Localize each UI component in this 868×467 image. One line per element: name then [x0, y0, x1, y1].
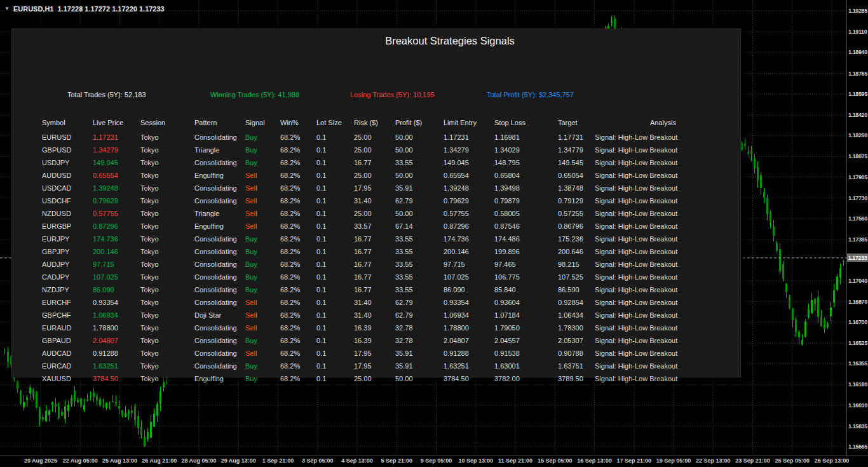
cell-symbol: USDCHF — [42, 197, 93, 205]
cell-risk: 16.77 — [354, 235, 395, 243]
time-axis-label: 17 Sep 21:00 — [616, 457, 651, 464]
cell-stop: 199.896 — [494, 248, 558, 255]
cell-symbol: GBPUSD — [42, 146, 93, 154]
price-axis-label: 1.16700 — [848, 319, 867, 325]
cell-signal: Sell — [245, 299, 280, 306]
column-header-target: Target — [558, 119, 595, 126]
cell-lot: 0.1 — [316, 235, 354, 243]
column-header-lot: Lot Size — [316, 119, 354, 126]
cell-limit: 1.17231 — [444, 133, 494, 141]
cell-lot: 0.1 — [316, 222, 354, 230]
cell-pattern: Consolidating — [194, 235, 245, 243]
signals-panel: Breakout Strategies Signals Total Trades… — [11, 29, 741, 377]
price-axis-label: 1.18250 — [848, 132, 867, 139]
cell-signal: Sell — [245, 172, 280, 179]
cell-risk: 16.77 — [354, 273, 395, 281]
cell-pattern: Consolidating — [194, 133, 245, 141]
cell-risk: 25.00 — [354, 210, 395, 217]
cell-analysis: Signal: High-Low Breakout — [595, 159, 731, 166]
cell-stop: 1.63001 — [494, 362, 558, 370]
cell-profit: 62.79 — [395, 311, 444, 319]
cell-limit: 86.090 — [444, 286, 494, 294]
cell-target: 86.590 — [558, 286, 595, 294]
cell-price: 1.34279 — [93, 146, 140, 154]
stats-row: Total Trades (5Y): 52,183Winning Trades … — [12, 91, 740, 100]
cell-price: 3784.50 — [93, 375, 140, 382]
current-price-box: 1.17233 — [847, 254, 868, 262]
cell-analysis: Signal: High-Low Breakout — [595, 235, 731, 243]
cell-signal: Sell — [245, 210, 280, 217]
time-axis[interactable]: 20 Aug 202522 Aug 05:0025 Aug 13:0026 Au… — [0, 457, 868, 467]
cell-analysis: Signal: High-Low Breakout — [595, 248, 731, 255]
cell-win: 68.2% — [280, 248, 316, 255]
cell-win: 68.2% — [280, 197, 316, 205]
time-axis-label: 20 Aug 2025 — [24, 457, 57, 464]
column-header-profit: Profit ($) — [395, 119, 444, 126]
cell-risk: 25.00 — [354, 375, 395, 382]
symbol-dropdown-icon[interactable]: ▼ — [4, 6, 10, 11]
cell-analysis: Signal: High-Low Breakout — [595, 273, 731, 281]
panel-title: Breakout Strategies Signals — [385, 35, 515, 47]
price-axis-label: 1.18765 — [848, 71, 867, 77]
cell-signal: Buy — [245, 286, 280, 294]
cell-target: 149.545 — [558, 159, 595, 166]
cell-lot: 0.1 — [316, 349, 354, 357]
cell-win: 68.2% — [280, 311, 316, 319]
cell-analysis: Signal: High-Low Breakout — [595, 222, 731, 230]
cell-price: 0.87296 — [93, 222, 140, 230]
cell-limit: 97.715 — [444, 261, 494, 268]
cell-win: 68.2% — [280, 273, 316, 281]
cell-pattern: Engulfing — [194, 222, 245, 230]
cell-session: Tokyo — [140, 349, 194, 357]
cell-pattern: Consolidating — [194, 299, 245, 306]
cell-signal: Buy — [245, 261, 280, 268]
table-row: AUDUSD0.65554TokyoEngulfingSell68.2%0.12… — [12, 169, 740, 182]
price-axis[interactable]: 1.192851.191101.189401.187651.185951.184… — [847, 0, 868, 456]
cell-price: 86.090 — [93, 286, 140, 294]
cell-lot: 0.1 — [316, 261, 354, 268]
stat-3: Total Profit (5Y): $2,345,757 — [487, 91, 574, 98]
cell-pattern: Consolidating — [194, 159, 245, 166]
cell-lot: 0.1 — [316, 286, 354, 294]
cell-pattern: Consolidating — [194, 184, 245, 192]
cell-symbol: USDCAD — [42, 184, 93, 192]
table-header: SymbolLive PriceSessionPatternSignalWin%… — [12, 117, 740, 128]
column-header-analysis: Analysis — [595, 119, 731, 126]
cell-lot: 0.1 — [316, 362, 354, 370]
cell-session: Tokyo — [140, 184, 194, 192]
cell-session: Tokyo — [140, 146, 194, 154]
cell-risk: 17.95 — [354, 184, 395, 192]
cell-win: 68.2% — [280, 159, 316, 166]
cell-limit: 1.78800 — [444, 324, 494, 332]
cell-pattern: Consolidating — [194, 349, 245, 357]
cell-target: 0.65054 — [558, 172, 595, 179]
cell-signal: Sell — [245, 184, 280, 192]
cell-profit: 33.55 — [395, 159, 444, 166]
time-axis-label: 29 Aug 13:00 — [221, 457, 256, 464]
cell-signal: Buy — [245, 337, 280, 344]
column-header-pattern: Pattern — [194, 119, 245, 126]
cell-analysis: Signal: High-Low Breakout — [595, 210, 731, 217]
cell-stop: 0.58005 — [494, 210, 558, 217]
price-axis-label: 1.17385 — [848, 236, 867, 243]
cell-risk: 17.95 — [354, 349, 395, 357]
cell-analysis: Signal: High-Low Breakout — [595, 261, 731, 268]
cell-session: Tokyo — [140, 261, 194, 268]
stat-0: Total Trades (5Y): 52,183 — [67, 91, 146, 98]
table-body: EURUSD1.17231TokyoConsolidatingBuy68.2%0… — [12, 131, 740, 385]
column-header-signal: Signal — [245, 119, 280, 126]
column-header-stop: Stop Loss — [494, 119, 558, 126]
time-axis-label: 25 Sep 05:00 — [775, 457, 810, 464]
cell-price: 1.17231 — [93, 133, 140, 141]
cell-win: 68.2% — [280, 324, 316, 332]
cell-win: 68.2% — [280, 133, 316, 141]
time-axis-label: 28 Aug 05:00 — [181, 457, 216, 464]
cell-signal: Buy — [245, 235, 280, 243]
cell-session: Tokyo — [140, 362, 194, 370]
table-row: NZDUSD0.57755TokyoTriangleSell68.2%0.125… — [12, 207, 740, 220]
cell-analysis: Signal: High-Low Breakout — [595, 286, 731, 294]
cell-profit: 32.78 — [395, 337, 444, 344]
cell-profit: 67.14 — [395, 222, 444, 230]
cell-win: 68.2% — [280, 222, 316, 230]
cell-signal: Buy — [245, 362, 280, 370]
